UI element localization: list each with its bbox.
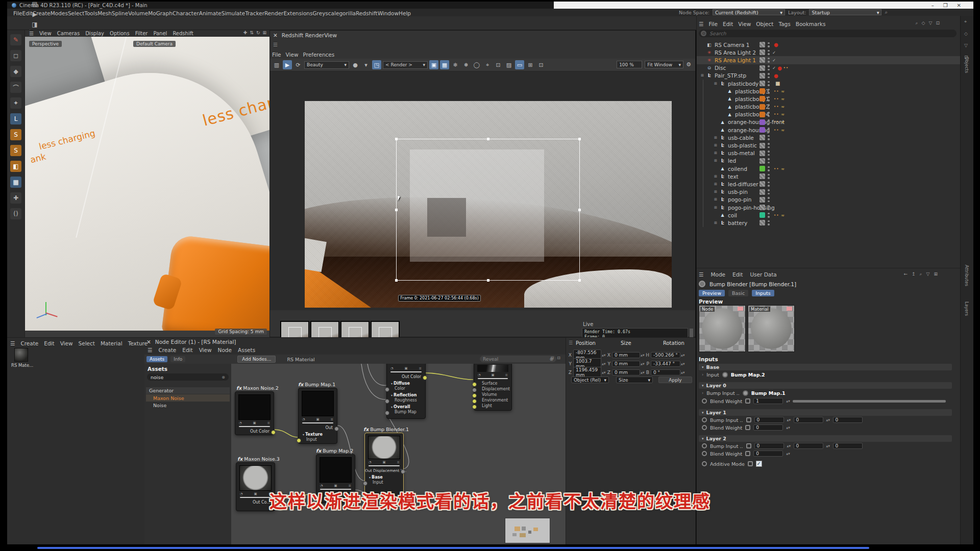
renderview-tool-icon[interactable]: ⊡	[494, 60, 503, 69]
object-tree-row[interactable]: ⊞ Ŀ led-diffuser	[697, 180, 961, 188]
output-port[interactable]: Displacement	[474, 386, 511, 392]
fit-mode-select[interactable]: Fit Window▾	[645, 61, 683, 68]
layer-color-swatch[interactable]	[760, 81, 765, 86]
object-tree-row[interactable]: ▲ plasticbody2 •• ≈	[697, 103, 961, 111]
port-icon[interactable]	[722, 372, 728, 378]
object-tags[interactable]: •• ≈	[772, 89, 784, 94]
object-name[interactable]: usb-pin	[728, 189, 748, 195]
renderview-tool-icon[interactable]: ●	[351, 60, 360, 69]
attribute-tool-icon[interactable]: ↥	[912, 271, 916, 277]
renderview-menu-item[interactable]: File	[272, 52, 281, 58]
object-manager-menu-item[interactable]: Tags	[778, 21, 790, 27]
port-box-icon[interactable]	[748, 461, 753, 466]
visibility-dots[interactable]	[768, 104, 770, 109]
node-space-select[interactable]: Current (Redshift)▾	[713, 9, 785, 15]
object-tags[interactable]: ■	[772, 81, 780, 86]
visibility-dots[interactable]	[768, 119, 770, 124]
region-render-rectangle[interactable]	[396, 139, 580, 281]
object-name[interactable]: RS Camera 1	[715, 42, 750, 48]
object-name[interactable]: plasticbody	[728, 81, 758, 87]
bump-input-field[interactable]: 0	[754, 443, 784, 449]
attribute-menu-item[interactable]: Edit	[732, 271, 743, 278]
object-tags[interactable]: •• ≈	[772, 213, 784, 218]
layout-select[interactable]: Startup▾	[809, 9, 881, 15]
bump-input-field[interactable]: 0	[794, 417, 823, 423]
menu-item[interactable]: Render	[264, 10, 283, 16]
visibility-dots[interactable]	[768, 42, 770, 47]
menu-item[interactable]: Mesh	[97, 10, 112, 16]
viewport-menu-item[interactable]: Options	[110, 31, 130, 36]
object-name[interactable]: coilend	[728, 166, 747, 172]
node-editor-menu-item[interactable]: Node	[218, 347, 232, 353]
visibility-dots[interactable]	[768, 166, 770, 171]
asset-list-item[interactable]: Noise	[146, 402, 230, 409]
menu-item[interactable]: Tools	[84, 10, 97, 16]
out-color-port[interactable]: Out Color	[235, 429, 274, 434]
toolbar-icon[interactable]: ◨	[30, 19, 40, 30]
visibility-dots[interactable]	[768, 197, 770, 202]
layer-color-swatch[interactable]	[760, 189, 765, 195]
object-tree-row[interactable]: ▲ orange-housing •• ≈	[697, 126, 961, 134]
layer-color-swatch[interactable]	[760, 197, 765, 203]
out-displacement-port[interactable]: Out Displacement V...	[365, 468, 403, 473]
object-tags[interactable]: ●	[772, 73, 780, 79]
object-tree-row[interactable]: ⊞ Ŀ usb-cable	[697, 134, 961, 141]
node-graph-canvas[interactable]: fx Maxon Noise.2 ◔▣≡ Out Color fx Bump M…	[231, 364, 566, 546]
attribute-tool-icon[interactable]: ←	[903, 271, 908, 277]
node-editor-menu-item[interactable]: Edit	[182, 347, 192, 353]
renderview-tool-icon[interactable]: ▣	[429, 60, 438, 69]
palette-tool-icon[interactable]: ◆	[10, 66, 21, 77]
visibility-dots[interactable]	[768, 128, 770, 133]
material-menu-item[interactable]: View	[60, 340, 73, 346]
object-tree-row[interactable]: ▲ plasticbody1 •• ≈	[697, 95, 961, 103]
layer-color-swatch[interactable]	[760, 96, 765, 102]
menu-item[interactable]: Simulate	[222, 10, 245, 16]
menu-item[interactable]: Select	[68, 10, 84, 16]
bump-input-field[interactable]: 0	[794, 443, 823, 449]
object-name[interactable]: led-diffuser	[728, 181, 758, 187]
hamburger-icon[interactable]: ☰	[699, 271, 703, 278]
renderview-tool-icon[interactable]: ◯	[472, 60, 481, 69]
layer-color-swatch[interactable]	[760, 57, 765, 63]
layer-color-swatch[interactable]	[760, 49, 765, 55]
minimize-button[interactable]: –	[932, 3, 934, 8]
roughness-port[interactable]: Roughness	[387, 397, 425, 403]
object-manager-menu-item[interactable]: Edit	[723, 21, 733, 27]
renderview-menu-item[interactable]: View	[286, 52, 299, 58]
expand-icon[interactable]: ⊞	[714, 151, 719, 155]
layer-color-swatch[interactable]	[760, 73, 765, 79]
output-node[interactable]: ◔▣≡ SurfaceDisplacementVolumeEnvironment…	[474, 364, 512, 411]
toolbar-icon[interactable]: ▶	[30, 9, 40, 19]
viewport-control-icon[interactable]: ⇅	[250, 30, 254, 35]
object-name[interactable]: RS Area Light 2	[715, 49, 756, 56]
node-editor-tab[interactable]: Assets	[146, 356, 167, 362]
keyframe-ring-icon[interactable]	[702, 451, 707, 456]
object-manager-menu-item[interactable]: Object	[756, 21, 773, 27]
layer-color-swatch[interactable]	[760, 205, 765, 210]
menu-item[interactable]: Redshift	[356, 10, 378, 16]
camera-label[interactable]: Default Camera	[133, 41, 176, 47]
object-manager-menu-item[interactable]: Bookmarks	[796, 21, 826, 27]
viewport-menu-item[interactable]: Panel	[153, 31, 167, 36]
layer-color-swatch[interactable]	[760, 88, 765, 94]
object-name[interactable]: usb-plastic	[728, 142, 757, 148]
node-editor-menu-item[interactable]: Create	[158, 347, 176, 353]
menu-item[interactable]: MoGraph	[148, 10, 173, 16]
menu-item[interactable]: Greyscalegorilla	[312, 10, 356, 16]
material-menu-item[interactable]: Edit	[44, 340, 54, 346]
port-box-icon[interactable]	[745, 451, 750, 456]
palette-tool-icon[interactable]: ◻	[10, 50, 21, 61]
palette-tool-icon[interactable]: S	[10, 145, 21, 156]
expand-icon[interactable]: ⊞	[714, 82, 719, 86]
expand-icon[interactable]: ⊞	[714, 159, 719, 163]
input-port[interactable]: Input	[365, 480, 403, 485]
visibility-dots[interactable]	[768, 151, 770, 156]
object-tree-row[interactable]: ▲ coilend •• ≈	[697, 165, 961, 172]
object-name[interactable]: pogo-pin	[728, 196, 751, 203]
object-manager-tool-icon[interactable]: ◇	[922, 20, 925, 26]
object-tree-row[interactable]: ✳ RS Area Light 2 ✓	[697, 48, 961, 56]
renderview-tool-icon[interactable]: ❅	[461, 60, 471, 69]
layer-color-swatch[interactable]	[760, 143, 765, 148]
maximize-icon[interactable]: ⊡	[557, 356, 560, 360]
clear-icon[interactable]: ⊗	[222, 375, 225, 380]
